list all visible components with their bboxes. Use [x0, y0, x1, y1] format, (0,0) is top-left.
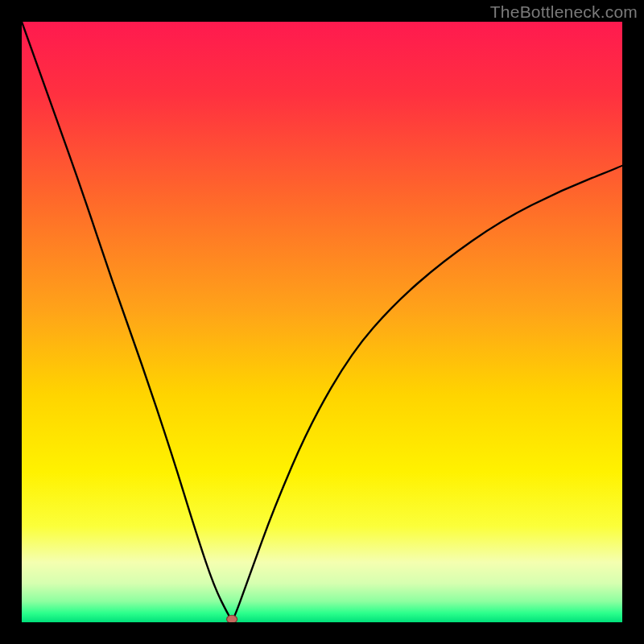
- gradient-background: [22, 22, 622, 622]
- bottleneck-curve-chart: [22, 22, 622, 622]
- plot-area: [22, 22, 622, 622]
- watermark-label: TheBottleneck.com: [490, 2, 638, 22]
- chart-frame: TheBottleneck.com: [0, 0, 644, 644]
- minimum-marker: [227, 615, 237, 622]
